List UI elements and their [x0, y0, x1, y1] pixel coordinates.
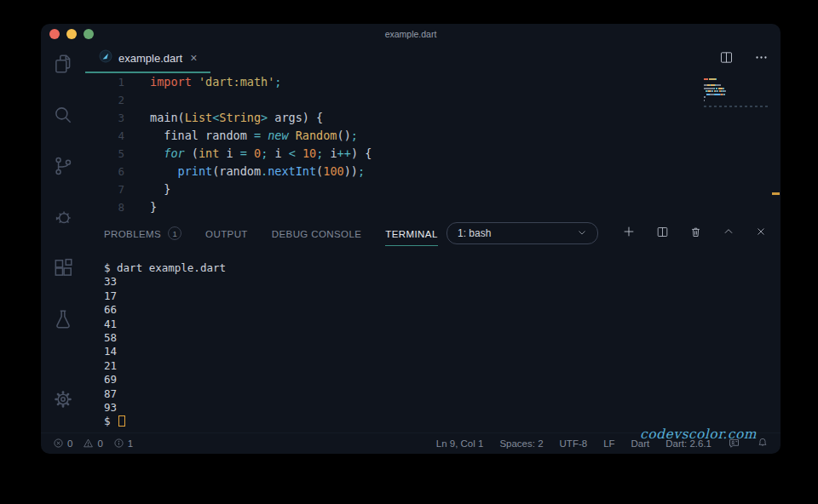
- code-text: main(List<String> args) {: [124, 109, 323, 127]
- flask-icon: [52, 308, 74, 334]
- terminal-output[interactable]: $ dart example.dart33176641581421698793 …: [85, 249, 781, 432]
- line-number: 2: [85, 91, 124, 109]
- bug-icon: [52, 206, 74, 232]
- info-circle-icon: [113, 438, 124, 450]
- minimize-window-button[interactable]: [66, 29, 77, 39]
- tab-example-dart[interactable]: example.dart ×: [85, 44, 210, 73]
- split-editor-icon[interactable]: [719, 50, 734, 68]
- terminal-line: $ dart example.dart: [104, 261, 781, 275]
- terminal-line: 14: [104, 345, 781, 358]
- panel-tab-label: OUTPUT: [205, 221, 248, 246]
- terminal-line: 33: [104, 275, 781, 289]
- sidebar-item-debug[interactable]: [52, 208, 74, 230]
- code-line[interactable]: 6 print(random.nextInt(100));: [85, 163, 781, 180]
- code-line[interactable]: 4 final random = new Random();: [85, 127, 781, 145]
- terminal-session-label: 1: bash: [458, 227, 577, 239]
- status-item[interactable]: Spaces: 2: [499, 438, 543, 449]
- close-window-button[interactable]: [49, 29, 60, 39]
- settings-gear-button[interactable]: [52, 390, 74, 412]
- code-line[interactable]: 2: [85, 91, 781, 109]
- gear-icon: [52, 388, 74, 414]
- watermark-text: codevscolor.com: [640, 427, 757, 442]
- terminal-session-select[interactable]: 1: bash: [446, 222, 598, 244]
- code-text: print(random.nextInt(100));: [124, 163, 365, 180]
- maximize-panel-chevron-up-icon[interactable]: [723, 226, 734, 241]
- line-number: 3: [85, 109, 124, 127]
- code-lines: 1import 'dart:math';23main(List<String> …: [85, 73, 781, 216]
- sidebar-item-extensions[interactable]: [52, 259, 74, 281]
- split-terminal-icon[interactable]: [656, 226, 669, 242]
- close-panel-icon[interactable]: [755, 226, 767, 241]
- sidebar-item-test[interactable]: [52, 310, 74, 332]
- git-branch-icon: [52, 155, 74, 180]
- terminal-line: 41: [104, 318, 781, 331]
- code-text: for (int i = 0; i < 10; i++) {: [124, 145, 372, 163]
- close-tab-icon[interactable]: ×: [188, 50, 199, 66]
- error-count: 0: [67, 438, 72, 449]
- minimap[interactable]: [704, 78, 769, 107]
- error-circle-icon: [53, 438, 64, 450]
- terminal-line: 93: [104, 401, 781, 415]
- vscode-window: example.dart: [41, 24, 781, 454]
- panel-tab-bar: PROBLEMS1OUTPUTDEBUG CONSOLETERMINAL 1: …: [85, 218, 781, 249]
- window-title: example.dart: [41, 29, 781, 39]
- minimap-dashes: [704, 106, 769, 107]
- panel-tab-debug-console[interactable]: DEBUG CONSOLE: [272, 218, 362, 249]
- code-line[interactable]: 1import 'dart:math';: [85, 73, 781, 91]
- terminal-line: 87: [104, 387, 781, 401]
- editor-tab-bar: example.dart ×: [85, 44, 781, 73]
- status-item[interactable]: UTF-8: [560, 438, 588, 449]
- warning-count: 0: [97, 438, 102, 449]
- extensions-icon: [52, 257, 74, 283]
- status-item[interactable]: LF: [603, 438, 614, 449]
- overview-ruler-marker: [772, 192, 780, 195]
- code-text: final random = new Random();: [124, 127, 358, 145]
- terminal-line: 58: [104, 331, 781, 345]
- line-number: 5: [85, 145, 124, 163]
- sidebar-item-source-control[interactable]: [52, 157, 74, 179]
- more-actions-icon[interactable]: [754, 50, 769, 68]
- activity-bar: [41, 44, 85, 432]
- code-line[interactable]: 8}: [85, 198, 781, 216]
- code-line[interactable]: 7 }: [85, 180, 781, 198]
- code-text: [124, 91, 150, 109]
- panel-tab-label: PROBLEMS: [104, 221, 161, 246]
- code-text: }: [124, 180, 170, 198]
- terminal-line: 66: [104, 303, 781, 317]
- warning-triangle-icon: [83, 438, 94, 450]
- problems-status-button[interactable]: 0 0 1: [53, 438, 133, 450]
- line-number: 4: [85, 127, 124, 145]
- tab-label: example.dart: [118, 52, 182, 65]
- dart-file-icon: [99, 49, 112, 66]
- window-controls: [49, 29, 94, 39]
- terminal-cursor: [118, 415, 125, 427]
- bell-icon[interactable]: [757, 437, 769, 450]
- panel-tab-label: DEBUG CONSOLE: [272, 221, 362, 246]
- panel-tab-problems[interactable]: PROBLEMS1: [104, 218, 181, 249]
- code-text: }: [124, 198, 157, 216]
- search-icon: [52, 104, 74, 129]
- terminal-line: 17: [104, 289, 781, 303]
- kill-terminal-trash-icon[interactable]: [689, 226, 702, 242]
- code-editor[interactable]: 1import 'dart:math';23main(List<String> …: [85, 73, 781, 218]
- info-count: 1: [128, 438, 133, 449]
- files-icon: [52, 53, 74, 78]
- code-text: import 'dart:math';: [124, 73, 281, 91]
- title-bar: example.dart: [41, 24, 781, 44]
- line-number: 7: [85, 180, 124, 198]
- line-number: 1: [85, 73, 124, 91]
- panel-tab-terminal[interactable]: TERMINAL: [385, 218, 437, 249]
- chevron-down-icon: [577, 226, 587, 241]
- sidebar-item-search[interactable]: [52, 106, 74, 128]
- sidebar-item-explorer[interactable]: [52, 54, 74, 77]
- line-number: 6: [85, 163, 124, 180]
- code-line[interactable]: 3main(List<String> args) {: [85, 109, 781, 127]
- terminal-line: 21: [104, 359, 781, 373]
- panel-tab-output[interactable]: OUTPUT: [205, 218, 248, 249]
- panel-tab-label: TERMINAL: [385, 221, 437, 246]
- new-terminal-icon[interactable]: [622, 225, 636, 242]
- code-line[interactable]: 5 for (int i = 0; i < 10; i++) {: [85, 145, 781, 163]
- terminal-line: 69: [104, 373, 781, 387]
- zoom-window-button[interactable]: [84, 29, 94, 39]
- status-item[interactable]: Ln 9, Col 1: [436, 438, 484, 449]
